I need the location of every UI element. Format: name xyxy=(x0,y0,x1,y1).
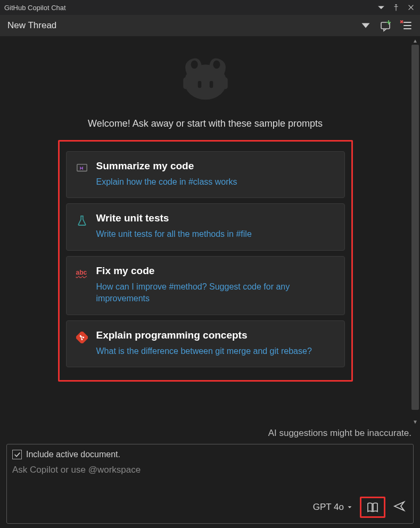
svg-point-4 xyxy=(191,61,197,69)
window-title: GitHub Copilot Chat xyxy=(4,4,66,12)
card-title: Write unit tests xyxy=(96,212,335,224)
prompt-cards-highlight: Summarize my code Explain how the code i… xyxy=(58,140,353,382)
vertical-scrollbar[interactable]: ▲ ▼ xyxy=(410,36,420,426)
model-selector[interactable]: GPT 4o xyxy=(313,502,352,513)
thread-dropdown-icon[interactable] xyxy=(359,19,372,32)
svg-rect-2 xyxy=(183,77,188,89)
visual-studio-icon xyxy=(76,160,92,188)
card-subtitle: Write unit tests for all the methods in … xyxy=(96,228,335,240)
chat-input-area: Include active document. Ask Copilot or … xyxy=(6,444,414,524)
card-subtitle: What is the difference between git merge… xyxy=(96,345,335,357)
prompt-card-explain[interactable]: Explain programming concepts What is the… xyxy=(66,320,345,367)
svg-rect-7 xyxy=(209,81,213,88)
prompt-library-button[interactable] xyxy=(360,497,385,518)
card-subtitle: Explain how the code in #class works xyxy=(96,176,335,188)
spellcheck-abc-icon: abc xyxy=(76,265,92,305)
card-subtitle: How can I improve #method? Suggest code … xyxy=(96,281,335,305)
prompt-card-unit-tests[interactable]: Write unit tests Write unit tests for al… xyxy=(66,203,345,250)
window-options-icon[interactable] xyxy=(376,3,386,12)
svg-point-5 xyxy=(213,61,220,69)
book-icon xyxy=(366,501,379,514)
prompt-card-fix-code[interactable]: abc Fix my code How can I improve #metho… xyxy=(66,256,345,315)
svg-rect-9 xyxy=(76,332,88,343)
git-icon xyxy=(76,329,92,357)
model-label: GPT 4o xyxy=(313,502,344,513)
scroll-down-icon[interactable]: ▼ xyxy=(410,417,420,426)
thread-bar: New Thread xyxy=(0,15,420,36)
scroll-thumb[interactable] xyxy=(411,45,419,410)
close-icon[interactable] xyxy=(406,3,416,12)
pin-icon[interactable] xyxy=(391,3,401,12)
include-document-checkbox[interactable] xyxy=(12,450,22,459)
clear-threads-icon[interactable] xyxy=(400,19,413,32)
include-document-label: Include active document. xyxy=(26,450,120,459)
send-icon xyxy=(393,500,406,513)
thread-title: New Thread xyxy=(7,20,56,31)
input-panel: AI suggestions might be inaccurate. Incl… xyxy=(0,426,420,528)
svg-rect-3 xyxy=(223,77,228,89)
prompt-card-summarize[interactable]: Summarize my code Explain how the code i… xyxy=(66,151,345,198)
card-title: Summarize my code xyxy=(96,160,335,172)
chevron-down-icon xyxy=(347,505,352,510)
card-title: Fix my code xyxy=(96,265,335,277)
new-thread-icon[interactable] xyxy=(380,19,392,32)
titlebar: GitHub Copilot Chat xyxy=(0,0,420,15)
send-button[interactable] xyxy=(393,500,406,515)
scroll-up-icon[interactable]: ▲ xyxy=(410,36,420,45)
chat-input[interactable]: Ask Copilot or use @workspace xyxy=(7,461,413,493)
flask-icon xyxy=(76,212,92,240)
card-title: Explain programming concepts xyxy=(96,329,335,341)
disclaimer-text: AI suggestions might be inaccurate. xyxy=(6,426,414,444)
welcome-text: Welcome! Ask away or start with these sa… xyxy=(0,118,410,129)
chat-content: Welcome! Ask away or start with these sa… xyxy=(0,36,410,426)
svg-rect-6 xyxy=(197,81,201,88)
copilot-logo-icon xyxy=(176,46,235,104)
